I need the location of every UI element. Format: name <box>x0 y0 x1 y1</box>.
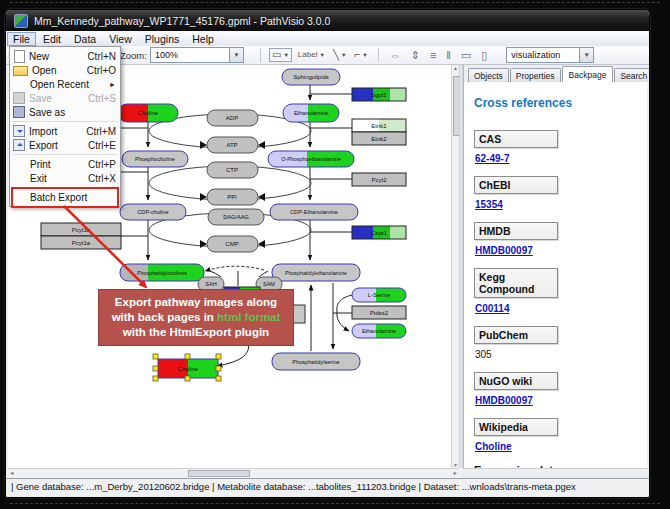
stack-vertical-button[interactable]: ≡ <box>430 50 436 61</box>
menu-icon-spacer <box>13 79 26 90</box>
label-tool-button[interactable]: Label ▼ <box>296 49 327 61</box>
crossref-section-hmdb: HMDB HMDB00097 <box>474 222 647 256</box>
crossref-header: Kegg Compound <box>474 268 558 298</box>
node-pcyt1b-label: Pcyt1b <box>72 227 91 233</box>
scroll-up-icon[interactable]: ▲ <box>453 65 458 71</box>
menu-item-new[interactable]: New Ctrl+N <box>10 49 120 63</box>
crossref-section-chebi: ChEBI 15354 <box>474 176 647 210</box>
node-o-phosphoethanolamine-label: O-Phosphoethanolamine <box>281 156 341 162</box>
menu-item-exit[interactable]: Exit Ctrl+X <box>10 171 120 185</box>
menu-edit[interactable]: Edit <box>37 32 67 46</box>
crossref-link[interactable]: 15354 <box>475 199 647 210</box>
menu-view[interactable]: View <box>103 32 138 46</box>
common-width-button[interactable]: ▭ <box>461 50 471 61</box>
node-cept1-label: Cept1 <box>371 230 388 236</box>
caret-down-icon[interactable]: ▼ <box>341 52 346 58</box>
import-icon <box>13 125 25 137</box>
crossref-link[interactable]: C00114 <box>475 303 647 314</box>
visualization-combobox[interactable]: visualization ▼ <box>506 47 594 63</box>
frame-decoration <box>10 503 660 504</box>
frame-decoration <box>10 2 660 3</box>
node-cdp-ethanolamine-label: CDP-Ethanolamine <box>290 209 338 215</box>
node-choline-label: Choline <box>138 110 159 116</box>
node-ctp-label: CTP <box>226 167 238 173</box>
file-menu-popup: New Ctrl+N Open Ctrl+O Open Recent ► Sav… <box>9 46 121 207</box>
node-ppi-label: PPi <box>227 194 236 200</box>
crossref-header: HMDB <box>474 222 558 240</box>
visualization-value: visualization <box>507 50 579 60</box>
align-center-y-button[interactable]: ⇕ <box>411 50 420 61</box>
crossref-link[interactable]: Choline <box>475 441 647 452</box>
menu-plugins[interactable]: Plugins <box>139 32 185 46</box>
tab-objects[interactable]: Objects <box>468 68 509 82</box>
menu-separator <box>13 121 117 122</box>
caret-down-icon[interactable]: ▼ <box>283 52 288 58</box>
crossref-header: NuGO wiki <box>474 372 558 390</box>
menu-bar: File Edit Data View Plugins Help <box>6 31 649 47</box>
crossref-link[interactable]: 62-49-7 <box>475 153 647 164</box>
node-pcyt1a-label: Pcyt1a <box>72 240 91 246</box>
crossref-header: CAS <box>474 130 558 148</box>
crossref-link[interactable]: HMDB00097 <box>475 245 647 256</box>
save-disk-icon <box>13 92 25 104</box>
caret-down-icon[interactable]: ▼ <box>362 52 367 58</box>
pathvisio-window: Mm_Kennedy_pathway_WP1771_45176.gpml - P… <box>5 9 650 498</box>
canvas-vertical-scrollbar[interactable]: ▲ ▼ <box>451 65 459 468</box>
tab-backpage[interactable]: Backpage <box>562 66 614 83</box>
toolbar-separator <box>378 48 379 62</box>
callout-text-after: with the HtmlExport plugin <box>123 326 269 338</box>
caret-down-icon[interactable]: ▼ <box>319 52 324 58</box>
export-icon <box>13 139 25 151</box>
horizontal-scroll-thumb[interactable] <box>188 470 250 477</box>
node-phosphocholine-label: Phosphocholine <box>135 156 175 162</box>
menu-item-export[interactable]: Export Ctrl+E <box>10 138 120 152</box>
scroll-right-icon[interactable]: ► <box>453 470 458 476</box>
app-icon <box>14 14 28 28</box>
connector-tool-button[interactable]: ⌐ ▼ <box>352 49 369 61</box>
menu-item-save-as[interactable]: Save as <box>10 105 120 119</box>
line-tool-button[interactable]: ╲ ▼ <box>331 49 348 61</box>
menu-item-batch-export[interactable]: Batch Export <box>10 190 120 204</box>
menu-file[interactable]: File <box>7 32 36 46</box>
node-phosphatidylethanolamine-label: Phosphatidylethanolamine <box>285 270 347 276</box>
node-sah-label: SAH <box>205 281 216 287</box>
node-ethanolamine-2-label: Ethanolamine <box>362 328 396 334</box>
menu-separator <box>13 154 117 155</box>
toolbar-separator <box>260 48 261 62</box>
node-adp-label: ADP <box>226 115 238 121</box>
caret-down-icon[interactable]: ▼ <box>579 48 593 62</box>
node-cdp-choline-label: CDP-choline <box>137 209 168 215</box>
menu-item-open-recent[interactable]: Open Recent ► <box>10 77 120 91</box>
common-height-button[interactable]: ▯ <box>481 50 487 61</box>
crossref-section-kegg: Kegg Compound C00114 <box>474 268 647 314</box>
connector-tool-icon: ⌐ <box>354 50 360 60</box>
graphics-tool-button[interactable]: ▭ ▼ <box>269 48 292 62</box>
crossref-link[interactable]: HMDB00097 <box>475 395 647 406</box>
menu-item-import[interactable]: Import Ctrl+M <box>10 124 120 138</box>
align-center-x-button[interactable]: ⇔ <box>390 50 401 61</box>
menu-icon-spacer <box>13 173 26 184</box>
scroll-left-icon[interactable]: ◄ <box>9 470 14 476</box>
menu-help[interactable]: Help <box>186 32 220 46</box>
caret-down-icon[interactable]: ▼ <box>229 48 243 62</box>
save-as-disk-icon <box>13 106 25 118</box>
zoom-label: Zoom: <box>120 50 147 61</box>
menu-item-print[interactable]: Print Ctrl+P <box>10 157 120 171</box>
menu-data[interactable]: Data <box>68 32 102 46</box>
title-bar: Mm_Kennedy_pathway_WP1771_45176.gpml - P… <box>6 10 649 31</box>
menu-item-open[interactable]: Open Ctrl+O <box>10 63 120 77</box>
crossref-section-cas: CAS 62-49-7 <box>474 130 647 164</box>
callout-highlight: html format <box>217 311 280 323</box>
tab-search[interactable]: Search <box>614 68 650 82</box>
submenu-arrow-icon: ► <box>109 81 116 88</box>
canvas-horizontal-scrollbar[interactable]: ◄ ► <box>8 468 459 478</box>
tab-properties[interactable]: Properties <box>510 68 561 82</box>
zoom-combobox[interactable]: 100% ▼ <box>150 47 244 63</box>
crossref-section-nugo: NuGO wiki HMDB00097 <box>474 372 647 406</box>
crossref-header: ChEBI <box>474 176 558 194</box>
node-etnk1-label: Etnk1 <box>371 123 387 129</box>
node-pcyt2-label: Pcyt2 <box>371 177 387 183</box>
node-choline-selected-label: Choline <box>178 366 199 372</box>
stack-horizontal-button[interactable]: ‖ <box>446 50 451 61</box>
node-l-serine-label: L-Serine <box>368 292 391 298</box>
